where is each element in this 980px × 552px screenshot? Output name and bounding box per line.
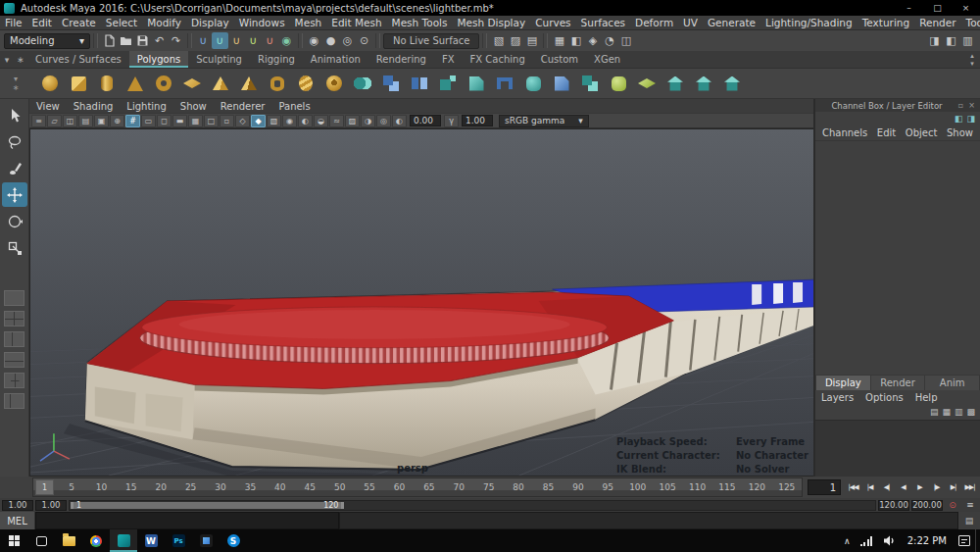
camera-bookmark-icon[interactable]: ▤ [78, 115, 93, 127]
command-language-toggle[interactable]: MEL [0, 512, 35, 529]
range-slider-handle[interactable]: 1 120 [71, 502, 344, 509]
animation-start-field[interactable]: 1.00 [2, 500, 33, 511]
menu-item[interactable]: Render [914, 17, 960, 28]
menu-item[interactable]: Mesh Tools [387, 17, 453, 28]
step-forward-key-button[interactable]: |▶ [928, 478, 945, 496]
animation-end-field[interactable]: 200.00 [911, 500, 943, 511]
poly-plane-icon[interactable] [179, 71, 205, 97]
poly-pyramid-icon[interactable] [236, 71, 262, 97]
close-button[interactable]: × [952, 0, 980, 16]
panel-menu-item[interactable]: Panels [271, 101, 317, 112]
panel-menu-item[interactable]: Renderer [214, 101, 272, 112]
time-slider-track[interactable]: 5101520253035404550556065707580859095100… [32, 477, 803, 497]
rotate-tool-button[interactable] [2, 209, 27, 233]
sculpt-brush-icon[interactable] [606, 71, 631, 97]
menu-item[interactable]: Windows [234, 17, 290, 28]
channel-box-menu-item[interactable]: Channels [822, 127, 867, 138]
auto-keyframe-icon[interactable]: ⊙ [945, 500, 960, 510]
poly-helix-icon[interactable] [293, 71, 318, 97]
shelf-tab[interactable]: Custom [533, 51, 586, 68]
render-current-frame-icon[interactable]: ▧ [490, 32, 507, 49]
layer-editor-tab[interactable]: Anim [925, 376, 979, 390]
task-view-button[interactable] [27, 529, 55, 552]
menu-item[interactable]: File [0, 17, 27, 28]
command-input[interactable] [35, 512, 339, 529]
poly-cone-icon[interactable] [122, 71, 148, 97]
go-to-start-button[interactable]: |◀◀ [845, 478, 861, 496]
extract-icon[interactable] [435, 71, 461, 97]
snap-to-projected-center-icon[interactable]: ∪ [245, 32, 262, 49]
use-all-lights-icon[interactable]: ◉ [282, 115, 297, 127]
script-editor-icon[interactable]: ▤ [958, 512, 980, 529]
redo-icon[interactable]: ↷ [168, 32, 184, 49]
photoshop-icon[interactable]: Ps [165, 529, 192, 552]
layer-editor-tab[interactable]: Render [871, 376, 925, 390]
show-desktop-button[interactable] [975, 529, 980, 552]
channel-box-toggle-icon[interactable]: ▥ [959, 32, 976, 49]
poly-pipe-icon[interactable] [265, 71, 290, 97]
poly-cylinder-icon[interactable] [94, 71, 120, 97]
select-object-icon[interactable]: ● [322, 32, 339, 49]
layer-editor-menu-item[interactable]: Help [915, 392, 938, 403]
menu-item[interactable]: Texturing [858, 17, 914, 28]
menu-item[interactable]: Curves [530, 17, 575, 28]
isolate-select-icon[interactable]: ◎ [376, 115, 391, 127]
undo-icon[interactable]: ↶ [151, 32, 168, 49]
step-back-frame-button[interactable]: |◀ [861, 478, 878, 496]
menu-set-dropdown[interactable]: Modeling ▾ [4, 33, 90, 49]
quad-draw-icon[interactable] [577, 71, 603, 97]
paint-select-tool-button[interactable] [2, 156, 27, 180]
shadows-icon[interactable]: ◐ [298, 115, 313, 127]
wireframe-icon[interactable]: ◇ [235, 115, 250, 127]
step-back-key-button[interactable]: ◀| [878, 478, 895, 496]
double-square-icon[interactable]: ◫ [617, 32, 634, 49]
snap-to-grid-icon[interactable]: ∪ [195, 32, 212, 49]
shelf-tab[interactable]: Animation [303, 51, 368, 68]
poly-torus-icon[interactable] [151, 71, 176, 97]
layer-editor-menu-item[interactable]: Options [865, 392, 904, 403]
single-pane-layout-button[interactable] [4, 290, 24, 306]
gamma-field[interactable]: 1.00 [462, 115, 493, 126]
taskbar-clock[interactable]: 2:22 PM [901, 535, 954, 546]
play-forwards-button[interactable]: ▶ [911, 478, 928, 496]
menu-item[interactable]: Deform [630, 17, 678, 28]
channel-box-menu-item[interactable]: Edit [877, 127, 896, 138]
layer-editor-tab[interactable]: Display [816, 376, 870, 390]
camera-select-icon[interactable]: ▱ [47, 115, 62, 127]
animation-preferences-icon[interactable]: ≡ [962, 500, 978, 510]
shelf-tab[interactable]: Rendering [368, 51, 434, 68]
grid-display-icon[interactable]: # [125, 115, 140, 127]
bridge-icon[interactable] [492, 71, 517, 97]
gate-mask-icon[interactable]: ▬ [172, 115, 187, 127]
menu-item[interactable]: Display [186, 17, 234, 28]
half-square-icon[interactable]: ◧ [567, 32, 584, 49]
skype-icon[interactable]: S [220, 529, 247, 552]
poly-sphere-icon[interactable] [37, 71, 63, 97]
outliner-persp-layout-button[interactable] [4, 393, 24, 409]
image-plane-icon[interactable]: ▣ [94, 115, 109, 127]
play-backwards-button[interactable]: ◀ [895, 478, 911, 496]
shelf-menu-icon[interactable]: ▾ [0, 55, 14, 65]
color-space-dropdown[interactable]: sRGB gamma ▾ [499, 115, 589, 127]
house-icon[interactable] [662, 71, 688, 97]
chrome-icon[interactable] [82, 529, 110, 552]
shelf-tab[interactable]: Rigging [250, 51, 303, 68]
menu-item[interactable]: UV [678, 17, 703, 28]
two-pane-stacked-layout-button[interactable] [4, 352, 24, 368]
shelf-menu-arrow-icon[interactable]: ▾ [8, 75, 24, 83]
grid-squares-icon[interactable]: ▦ [551, 32, 567, 49]
tool-settings-toggle-icon[interactable]: ◧ [943, 32, 959, 49]
menu-item[interactable]: Mesh Display [452, 17, 530, 28]
house-icon[interactable] [719, 71, 745, 97]
playback-start-field[interactable]: 1.00 [35, 500, 67, 511]
dock-icon[interactable]: ▫ [956, 101, 966, 110]
safe-action-icon[interactable]: □ [204, 115, 219, 127]
poly-cube-icon[interactable] [66, 71, 91, 97]
layer-editor-menu-item[interactable]: Layers [821, 392, 854, 403]
select-component-icon[interactable]: ◎ [339, 32, 356, 49]
multi-cut-icon[interactable] [549, 71, 574, 97]
live-surface-button[interactable]: No Live Surface [383, 33, 479, 49]
maximize-button[interactable]: □ [923, 0, 952, 16]
anti-alias-icon[interactable]: ▨ [345, 115, 360, 127]
house-icon[interactable] [691, 71, 716, 97]
